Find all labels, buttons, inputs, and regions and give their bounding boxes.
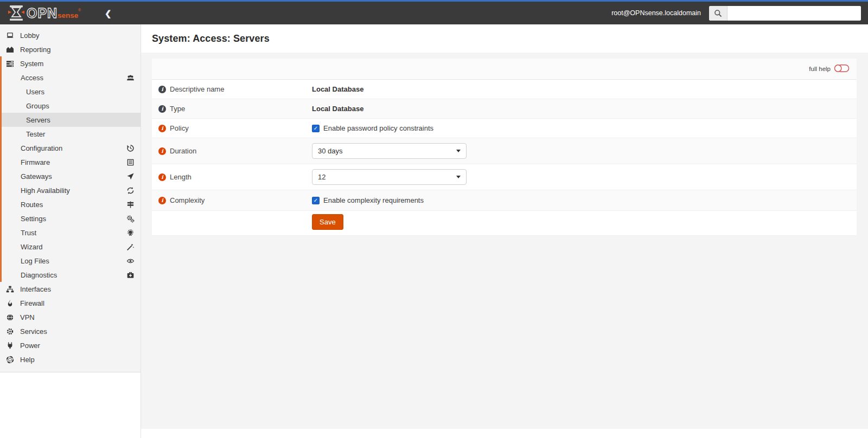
sidebar-item-label: Power [20, 342, 40, 350]
opnsense-logo[interactable]: OPN sense ® [8, 4, 90, 22]
page-title: System: Access: Servers [152, 33, 270, 44]
field-label: Policy [170, 124, 189, 132]
sidebar-item-label: Wizard [2, 243, 42, 251]
page-footer [141, 429, 868, 438]
plug-icon [5, 342, 15, 350]
length-select[interactable]: 12 [312, 169, 467, 185]
sidebar-item-log-files[interactable]: Log Files [2, 254, 141, 268]
sidebar-item-label: Groups [2, 102, 49, 110]
sidebar-item-help[interactable]: Help [0, 352, 141, 366]
page-body: full help Descriptive name Local Databas… [141, 53, 868, 429]
sidebar-item-label: Diagnostics [2, 271, 57, 279]
info-icon[interactable] [158, 105, 166, 113]
sidebar-item-label: Reporting [20, 46, 50, 54]
refresh-icon [126, 186, 135, 195]
map-signs-icon [126, 201, 135, 209]
medkit-icon [126, 271, 135, 279]
form-row-policy: Policy Enable password policy constraint… [152, 119, 857, 138]
sitemap-icon [5, 285, 15, 293]
sidebar-item-settings[interactable]: Settings [2, 211, 141, 226]
history-icon [126, 144, 135, 152]
navbar-right: root@OPNsense.localdomain [611, 6, 861, 21]
global-search [709, 6, 861, 21]
full-help-toggle-icon[interactable] [834, 64, 850, 74]
sidebar-item-configuration[interactable]: Configuration [2, 141, 141, 155]
sidebar-item-label: Gateways [2, 172, 52, 181]
top-navbar: OPN sense ® ❮ root@OPNsense.localdomain [0, 0, 868, 24]
sidebar-item-groups[interactable]: Groups [2, 99, 141, 113]
sidebar-item-label: Settings [2, 215, 46, 223]
sidebar-item-access[interactable]: Access [2, 70, 141, 85]
info-icon[interactable] [158, 86, 166, 93]
sidebar-item-label: Configuration [2, 144, 62, 152]
server-settings-panel: full help Descriptive name Local Databas… [152, 59, 857, 236]
sidebar-item-high-availability[interactable]: High Availability [2, 183, 141, 197]
sidebar-item-label: Log Files [2, 257, 49, 265]
sidebar-item-power[interactable]: Power [0, 338, 141, 352]
sidebar-item-label: Servers [2, 116, 50, 124]
form-row-type: Type Local Database [152, 99, 857, 119]
save-button[interactable]: Save [312, 214, 343, 230]
svg-text:sense: sense [58, 11, 79, 20]
newspaper-icon [126, 158, 135, 166]
tasks-icon [5, 60, 15, 68]
sidebar-item-users[interactable]: Users [2, 85, 141, 99]
sidebar-item-reporting[interactable]: Reporting [0, 42, 141, 56]
field-label: Descriptive name [170, 85, 224, 93]
sidebar-item-diagnostics[interactable]: Diagnostics [2, 268, 141, 282]
desktop-icon [5, 31, 15, 40]
sidebar-item-label: Routes [2, 201, 43, 209]
field-label: Duration [170, 147, 196, 155]
sidebar-item-label: Interfaces [20, 285, 51, 293]
eye-icon [126, 257, 135, 265]
menu-collapse-icon[interactable]: ❮ [105, 9, 112, 17]
info-icon[interactable] [158, 125, 166, 132]
sidebar-item-label: Access [2, 74, 43, 82]
sidebar-item-label: Help [20, 356, 35, 364]
sidebar-item-services[interactable]: Services [0, 324, 141, 338]
search-icon[interactable] [709, 6, 727, 21]
info-icon[interactable] [158, 197, 166, 204]
selected-option: 30 days [318, 147, 343, 155]
field-value: Local Database [312, 105, 363, 113]
policy-checkbox[interactable] [312, 125, 320, 132]
complexity-checkbox[interactable] [312, 197, 320, 204]
location-arrow-icon [126, 172, 135, 181]
sidebar-item-tester[interactable]: Tester [2, 127, 141, 141]
sidebar-item-vpn[interactable]: VPN [0, 310, 141, 324]
sidebar-item-wizard[interactable]: Wizard [2, 240, 141, 254]
sidebar-item-label: Users [2, 88, 44, 96]
magic-wand-icon [126, 243, 135, 251]
page-header: System: Access: Servers [141, 24, 868, 53]
selected-option: 12 [318, 173, 326, 181]
sidebar-item-firmware[interactable]: Firmware [2, 155, 141, 169]
area-chart-icon [5, 46, 15, 54]
sidebar: Lobby Reporting System Access [0, 24, 141, 438]
sidebar-item-firewall[interactable]: Firewall [0, 296, 141, 310]
field-label: Complexity [170, 196, 205, 204]
field-label: Length [170, 173, 192, 181]
info-icon[interactable] [158, 173, 166, 181]
sidebar-item-trust[interactable]: Trust [2, 226, 141, 240]
sidebar-item-label: Firmware [2, 158, 50, 166]
info-icon[interactable] [158, 147, 166, 155]
certificate-icon [126, 229, 135, 237]
form-row-length: Length 12 [152, 164, 857, 190]
sidebar-item-system[interactable]: System [2, 56, 141, 70]
sidebar-item-gateways[interactable]: Gateways [2, 169, 141, 183]
sidebar-item-routes[interactable]: Routes [2, 197, 141, 211]
sidebar-item-label: Lobby [20, 31, 39, 40]
sidebar-item-label: Firewall [20, 299, 44, 307]
users-group-icon [126, 74, 135, 82]
caret-down-icon [456, 150, 461, 152]
sidebar-item-servers[interactable]: Servers [2, 113, 141, 127]
form-row-descriptive-name: Descriptive name Local Database [152, 80, 857, 99]
sidebar-item-interfaces[interactable]: Interfaces [0, 282, 141, 296]
main-menu: Lobby Reporting System Access [0, 24, 141, 372]
main-content: System: Access: Servers full help Descri… [141, 24, 868, 438]
duration-select[interactable]: 30 days [312, 143, 467, 159]
sidebar-item-label: System [20, 60, 43, 68]
sidebar-item-lobby[interactable]: Lobby [0, 28, 141, 42]
svg-text:OPN: OPN [27, 5, 58, 21]
search-input[interactable] [727, 6, 861, 21]
